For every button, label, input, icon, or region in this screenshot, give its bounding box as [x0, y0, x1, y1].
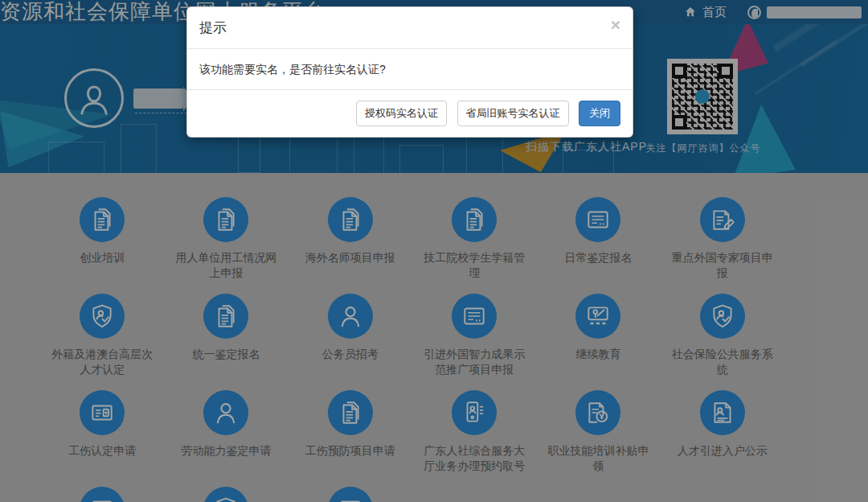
- realname-prompt-dialog: 提示 × 该功能需要实名，是否前往实名认证? 授权码实名认证 省局旧账号实名认证…: [186, 6, 633, 138]
- dialog-title: 提示: [199, 20, 227, 35]
- dialog-message: 该功能需要实名，是否前往实名认证?: [187, 49, 633, 89]
- old-account-realname-button[interactable]: 省局旧账号实名认证: [457, 101, 569, 126]
- dialog-footer: 授权码实名认证 省局旧账号实名认证 关闭: [187, 89, 633, 137]
- close-icon[interactable]: ×: [611, 16, 620, 33]
- close-button[interactable]: 关闭: [579, 101, 620, 126]
- auth-code-realname-button[interactable]: 授权码实名认证: [356, 101, 447, 126]
- dialog-header: 提示 ×: [187, 7, 633, 49]
- app-window: 资源和社会保障单位网上服务平台 首页: [0, 0, 868, 502]
